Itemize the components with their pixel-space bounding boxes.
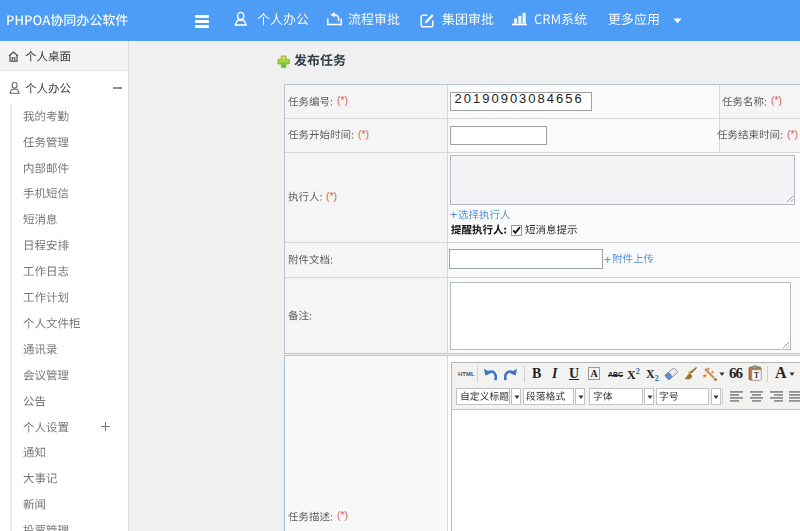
svg-text:T: T [754,371,760,380]
